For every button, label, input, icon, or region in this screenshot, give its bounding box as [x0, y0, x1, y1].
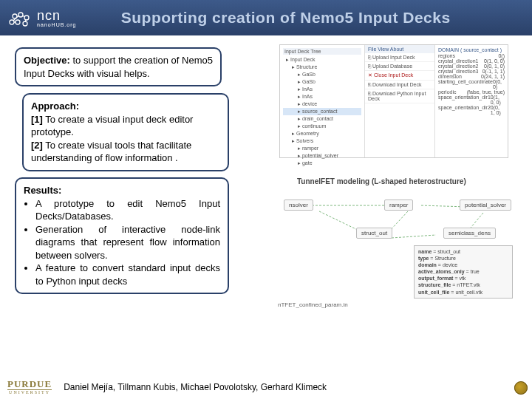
content-area: Objective: to support the creation of Ne…	[0, 44, 532, 371]
menu-item: ⎘ Download Input Deck	[365, 81, 434, 89]
objective-label: Objective:	[24, 55, 70, 66]
props-header: DOMAIN ( source_contact )	[438, 47, 505, 53]
param-line: type = Structure	[418, 255, 508, 262]
tree-item: ▸ InAs	[283, 86, 361, 93]
nsf-seal-icon	[514, 381, 528, 395]
svg-point-1	[16, 20, 20, 24]
results-bullet: Generation of interactive node-link diag…	[35, 223, 220, 262]
slide-title: Supporting creation of Nemo5 Input Decks	[76, 9, 525, 27]
approach-t1: To create a visual input deck editor pro…	[31, 114, 193, 138]
params-panel: name = struct_outtype = Structuredomain …	[414, 245, 513, 299]
footer: PURDUE UNIVERSITY Daniel Mejía, Tillmann…	[0, 379, 532, 395]
logo-main: ncn	[37, 9, 76, 22]
tree-item: ▸ ramper	[283, 145, 361, 152]
results-label: Results:	[24, 184, 220, 197]
prop-row: space_orientation_dir20(0, 1, 0)	[438, 105, 505, 115]
tree-item: ▸ continuum	[283, 123, 361, 130]
node-nsolver: nsolver	[284, 200, 313, 211]
approach-label: Approach:	[31, 100, 220, 113]
svg-point-4	[24, 16, 29, 20]
menu-item: ✕ Close Input Deck	[365, 71, 434, 81]
node-struct-out: struct_out	[356, 228, 392, 239]
node-ramper: ramper	[384, 200, 413, 211]
logo-sub: nanoHUB.org	[37, 22, 76, 27]
logo: ncn nanoHUB.org	[7, 7, 76, 28]
tree-item: ▸ Input Deck	[283, 56, 361, 64]
tree-item: ▸ gate	[283, 160, 361, 167]
prop-row: crystal_direction20(0, 1, 0)	[438, 64, 505, 69]
svg-point-3	[18, 13, 23, 17]
tree-title: Input Deck Tree	[283, 48, 361, 55]
approach-n1: [1]	[31, 114, 43, 125]
tree-item: ▸ GaSb	[283, 71, 361, 78]
menu-item: ⎘ Upload Input Deck	[365, 53, 434, 62]
prop-row: crystal_direction30(-1, 1, 1)	[438, 69, 505, 74]
tree-item: ▸ InAs	[283, 93, 361, 100]
param-line: output_format = vtk	[418, 275, 508, 282]
approach-panel: Approach: [1] To create a visual input d…	[22, 93, 229, 171]
diagram-figure: TunnelFET modeling (L-shaped heterostruc…	[275, 177, 517, 325]
purdue-top: PURDUE	[7, 379, 52, 390]
tree-item: ▸ device	[283, 100, 361, 108]
param-line: domain = device	[418, 262, 508, 268]
ncn-molecule-icon	[7, 7, 33, 28]
svg-line-8	[22, 16, 25, 17]
results-bullet: A feature to convert standard input deck…	[35, 262, 220, 287]
prop-row: space_orientation_dir10(1, 0, 0)	[438, 95, 505, 105]
purdue-logo: PURDUE UNIVERSITY	[7, 379, 52, 395]
tree-item: ▸ Structure	[283, 64, 361, 71]
svg-line-16	[392, 235, 436, 238]
param-line: unit_cell_file = unit_cell.vtk	[418, 289, 508, 296]
purdue-bottom: UNIVERSITY	[9, 390, 50, 395]
editor-file-menu: File View About ⎘ Upload Input Deck⎘ Upl…	[365, 45, 435, 157]
approach-n2: [2]	[31, 140, 43, 151]
objective-panel: Objective: to support the creation of Ne…	[15, 47, 222, 86]
results-bullet: A prototype to edit Nemo5 Input Decks/Da…	[35, 197, 220, 223]
tree-item: ▸ potential_solver	[283, 152, 361, 160]
editor-properties: DOMAIN ( source_contact ) regions0()crys…	[435, 45, 508, 157]
prop-row: starting_cell_coordinate0(0, 0)	[438, 79, 505, 89]
param-line: name = struct_out	[418, 248, 508, 255]
tree-item: ▸ GaSb	[283, 78, 361, 86]
title-header: ncn nanoHUB.org Supporting creation of N…	[0, 0, 532, 35]
approach-t2: To create visual tools that facilitate u…	[31, 140, 191, 164]
menu-item: ⎘ Upload Database	[365, 62, 434, 71]
prop-row: dimension0(24, 1, 1)	[438, 74, 505, 79]
diagram-title: TunnelFET modeling (L-shaped heterostruc…	[275, 177, 517, 185]
editor-screenshot: Input Deck Tree ▸ Input Deck▸ Structure▸…	[279, 44, 508, 158]
menu-item: ⎘ Download Python Input Deck	[365, 89, 434, 103]
authors: Daniel Mejía, Tillmann Kubis, Michael Po…	[64, 382, 327, 392]
prop-row: regions0()	[438, 53, 505, 58]
editor-tree: Input Deck Tree ▸ Input Deck▸ Structure▸…	[280, 45, 365, 157]
tree-item: ▸ drain_contact	[283, 115, 361, 123]
prop-row: periodic(false, true, true)	[438, 89, 505, 95]
results-panel: Results: A prototype to edit Nemo5 Input…	[15, 177, 229, 294]
node-semiclass-dens: semiclass_dens	[443, 228, 496, 239]
tree-item: ▸ source_contact	[283, 108, 361, 115]
node-potential-solver: potential_solver	[460, 200, 511, 211]
editor-tabs: File View About	[365, 45, 434, 53]
diagram-caption: nTFET_confined_param.in	[278, 301, 348, 308]
tree-item: ▸ Solvers	[283, 137, 361, 145]
param-line: structure_file = nTFET.vtk	[418, 282, 508, 288]
param-line: active_atoms_only = true	[418, 268, 508, 275]
prop-row: crystal_direction10(1, 0, 0)	[438, 58, 505, 64]
tree-item: ▸ Geometry	[283, 130, 361, 137]
